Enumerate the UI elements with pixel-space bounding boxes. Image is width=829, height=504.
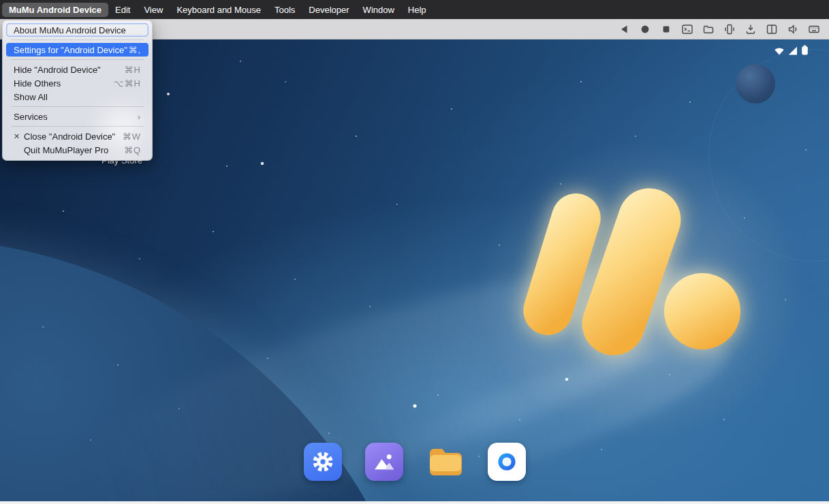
record-icon[interactable] bbox=[638, 22, 652, 36]
menu-item-shortcut: ⌥⌘H bbox=[114, 78, 141, 89]
menu-item-label: Quit MuMuPlayer Pro bbox=[24, 145, 108, 155]
stop-icon[interactable] bbox=[659, 22, 673, 36]
menu-item-settings[interactable]: Settings for "Android Device" ⌘, bbox=[6, 43, 148, 57]
screenshot-root: MuMu Android Device Edit View Keyboard a… bbox=[0, 0, 829, 504]
menu-separator bbox=[11, 126, 144, 127]
cellular-signal-icon bbox=[788, 46, 798, 58]
menu-separator bbox=[11, 40, 144, 40]
dock-browser-icon[interactable] bbox=[488, 443, 526, 481]
menu-item-shortcut: ⌘H bbox=[125, 65, 141, 75]
menu-item-shortcut: ⌘W bbox=[123, 131, 141, 142]
menubar-item-tools[interactable]: Tools bbox=[268, 3, 302, 17]
menu-item-label: Close "Android Device" bbox=[24, 131, 115, 142]
menu-item-about[interactable]: About MuMu Android Device bbox=[6, 23, 148, 37]
menubar-item-keyboard-mouse[interactable]: Keyboard and Mouse bbox=[170, 3, 268, 17]
menubar-item-edit[interactable]: Edit bbox=[108, 3, 137, 17]
menu-item-shortcut: ⌘Q bbox=[124, 145, 141, 155]
battery-icon bbox=[801, 45, 809, 58]
keyboard-icon[interactable] bbox=[807, 22, 821, 36]
menu-separator bbox=[11, 59, 144, 60]
menu-item-quit[interactable]: Quit MuMuPlayer Pro ⌘Q bbox=[6, 143, 148, 157]
macos-menubar: MuMu Android Device Edit View Keyboard a… bbox=[0, 0, 829, 19]
split-screen-icon[interactable] bbox=[765, 22, 779, 36]
small-planet-decoration bbox=[736, 64, 775, 104]
menubar-item-view[interactable]: View bbox=[137, 3, 170, 17]
shake-icon[interactable] bbox=[723, 22, 736, 36]
menu-item-label: Hide Others bbox=[14, 78, 61, 89]
dock-settings-icon[interactable] bbox=[304, 443, 342, 481]
menu-item-hide-others[interactable]: Hide Others ⌥⌘H bbox=[6, 76, 148, 90]
submenu-chevron-icon: › bbox=[138, 112, 141, 122]
volume-icon[interactable] bbox=[786, 22, 800, 36]
menubar-item-mumu[interactable]: MuMu Android Device bbox=[2, 3, 108, 17]
window-bottom-edge bbox=[0, 501, 829, 504]
dock bbox=[304, 443, 526, 481]
menu-item-hide-device[interactable]: Hide "Android Device" ⌘H bbox=[6, 63, 148, 76]
menu-item-label: Services bbox=[14, 112, 48, 122]
dock-files-icon[interactable] bbox=[426, 443, 465, 481]
wifi-icon bbox=[774, 46, 785, 58]
menu-item-services[interactable]: Services › bbox=[6, 110, 148, 123]
apk-install-icon[interactable] bbox=[744, 22, 757, 36]
menu-item-show-all[interactable]: Show All bbox=[6, 90, 148, 104]
mumu-logo bbox=[470, 158, 763, 390]
dock-gallery-icon[interactable] bbox=[365, 443, 403, 481]
menu-item-shortcut: ⌘, bbox=[128, 45, 141, 55]
menu-item-label: Show All bbox=[14, 92, 48, 102]
menubar-item-window[interactable]: Window bbox=[356, 3, 401, 17]
close-x-icon: ✕ bbox=[14, 132, 24, 141]
menu-item-label: About MuMu Android Device bbox=[14, 25, 126, 35]
back-icon[interactable] bbox=[617, 22, 631, 36]
menu-item-label: Settings for "Android Device" bbox=[14, 45, 127, 55]
terminal-icon[interactable] bbox=[681, 22, 694, 36]
file-transfer-icon[interactable] bbox=[702, 22, 715, 36]
android-status-bar bbox=[774, 45, 809, 58]
app-menu: About MuMu Android Device Settings for "… bbox=[2, 20, 153, 161]
menu-item-label: Hide "Android Device" bbox=[14, 65, 101, 75]
menu-item-close[interactable]: ✕ Close "Android Device" ⌘W bbox=[6, 129, 148, 143]
menu-separator bbox=[11, 106, 144, 107]
menubar-item-developer[interactable]: Developer bbox=[302, 3, 356, 17]
menubar-item-help[interactable]: Help bbox=[401, 3, 433, 17]
